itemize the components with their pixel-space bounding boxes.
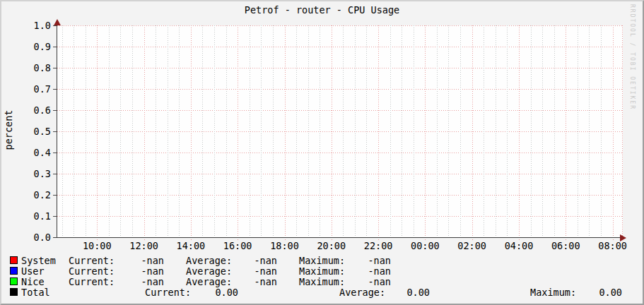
legend-current-value-nice: -nan (105, 277, 164, 287)
y-axis-title: percent (3, 24, 14, 236)
minor-gridline-v (589, 25, 590, 239)
minor-gridline-v (109, 25, 110, 239)
minor-gridline-v (74, 25, 74, 239)
minor-gridline-v (355, 25, 356, 239)
minor-gridline-v (120, 25, 121, 239)
minor-gridline-v (156, 25, 156, 239)
major-gridline-v (191, 25, 192, 241)
legend-current-value-system: -nan (105, 256, 164, 266)
major-gridline-v (97, 25, 98, 241)
major-gridline-v (622, 25, 623, 237)
major-gridline-v (332, 25, 332, 241)
minor-gridline-v (496, 25, 496, 239)
major-gridline-h (53, 216, 623, 217)
major-gridline-v (613, 25, 614, 241)
minor-gridline-v (402, 25, 402, 239)
major-gridline-h (53, 174, 623, 174)
legend-label-system: System (21, 256, 71, 266)
major-gridline-h (53, 195, 623, 196)
y-axis-arrow-icon (54, 19, 61, 25)
legend-swatch-nice (10, 277, 18, 285)
y-tick-label: 0.4 (21, 148, 51, 157)
minor-gridline-v (578, 25, 578, 239)
major-gridline-v (519, 25, 520, 241)
minor-gridline-v (554, 25, 555, 239)
rrdtool-cpu-usage-graph[interactable]: Petrof - router - CPU Usage percent 1.00… (0, 0, 644, 305)
y-tick-label: 0.6 (21, 105, 51, 115)
x-tick-label: 16:00 (216, 241, 259, 251)
minor-gridline-v (507, 25, 508, 239)
x-tick-label: 10:00 (76, 241, 118, 251)
legend-average-value-system: -nan (218, 256, 277, 266)
major-gridline-v (566, 25, 566, 241)
y-tick-label: 0.2 (21, 190, 51, 200)
minor-gridline-v (308, 25, 309, 239)
major-gridline-h (53, 152, 623, 153)
y-axis-line (57, 20, 57, 238)
major-gridline-v (472, 25, 473, 241)
minor-gridline-v (86, 25, 86, 239)
legend-maximum-value-nice: -nan (332, 277, 391, 287)
legend-label-nice: Nice (21, 277, 71, 287)
y-tick-label: 0.1 (21, 211, 51, 221)
major-gridline-v (425, 25, 426, 241)
minor-gridline-v (320, 25, 320, 239)
minor-gridline-v (460, 25, 461, 239)
x-tick-label: 08:00 (592, 241, 634, 251)
major-gridline-h (53, 47, 623, 47)
graph-title: Petrof - router - CPU Usage (0, 5, 644, 16)
major-gridline-v (144, 25, 145, 241)
y-tick-label: 0.9 (21, 42, 51, 52)
x-tick-label: 04:00 (498, 241, 540, 251)
y-tick-label: 0.8 (21, 63, 51, 73)
legend-average-value-total: 0.00 (370, 287, 430, 298)
major-gridline-v (378, 25, 379, 241)
legend-current-value-user: -nan (105, 266, 164, 277)
y-tick-label: 0.0 (21, 232, 51, 242)
x-tick-label: 02:00 (451, 241, 493, 251)
minor-gridline-v (343, 25, 344, 239)
minor-gridline-v (250, 25, 250, 239)
minor-gridline-v (390, 25, 391, 239)
x-tick-label: 18:00 (264, 241, 306, 251)
y-tick-label: 1.0 (21, 20, 51, 30)
minor-gridline-v (261, 25, 262, 239)
major-gridline-h (53, 89, 623, 90)
minor-gridline-v (542, 25, 543, 239)
x-tick-label: 00:00 (404, 241, 446, 251)
rrdtool-watermark: RRDTOOL / TOBI OETIKER (628, 1, 636, 114)
minor-gridline-v (414, 25, 414, 239)
x-tick-label: 12:00 (123, 241, 165, 251)
major-gridline-v (285, 25, 286, 241)
y-tick-label: 0.3 (21, 169, 51, 179)
y-tick-label: 0.5 (21, 126, 51, 136)
minor-gridline-v (168, 25, 168, 239)
legend-maximum-value-system: -nan (332, 256, 391, 266)
major-gridline-h (53, 131, 623, 132)
legend-current-value-total: 0.00 (179, 287, 238, 298)
minor-gridline-v (448, 25, 449, 239)
legend-swatch-system (10, 256, 18, 264)
major-gridline-v (238, 25, 238, 241)
minor-gridline-v (62, 25, 63, 239)
x-tick-label: 22:00 (357, 241, 399, 251)
legend-maximum-value-total: 0.00 (563, 287, 622, 298)
minor-gridline-v (437, 25, 438, 239)
minor-gridline-v (601, 25, 602, 239)
major-gridline-h (53, 110, 623, 111)
x-axis-line (53, 237, 625, 238)
legend-label-total: Total (21, 287, 71, 298)
legend-average-value-user: -nan (218, 266, 277, 277)
y-tick-label: 0.7 (21, 84, 51, 94)
minor-gridline-v (273, 25, 274, 239)
minor-gridline-v (132, 25, 133, 239)
x-tick-label: 06:00 (544, 241, 587, 251)
minor-gridline-v (531, 25, 532, 239)
legend-swatch-user (10, 267, 18, 275)
minor-gridline-v (296, 25, 297, 239)
minor-gridline-v (179, 25, 180, 239)
legend-swatch-total (10, 288, 18, 296)
minor-gridline-v (202, 25, 203, 239)
major-gridline-h (53, 25, 623, 26)
major-gridline-h (53, 68, 623, 68)
